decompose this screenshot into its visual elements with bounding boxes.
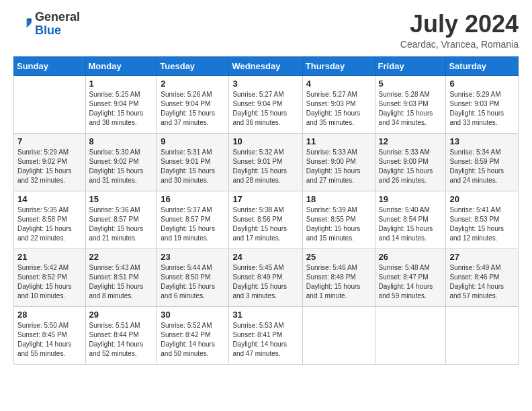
day-number: 18 xyxy=(306,194,371,204)
day-info: Sunrise: 5:49 AM Sunset: 8:46 PM Dayligh… xyxy=(449,263,515,301)
day-number: 16 xyxy=(161,194,225,204)
page: General Blue July 2024 Ceardac, Vrancea,… xyxy=(0,0,532,411)
day-number: 9 xyxy=(161,136,225,146)
week-row-4: 21Sunrise: 5:42 AM Sunset: 8:52 PM Dayli… xyxy=(14,248,519,306)
calendar-cell: 23Sunrise: 5:44 AM Sunset: 8:50 PM Dayli… xyxy=(157,248,229,306)
day-info: Sunrise: 5:33 AM Sunset: 9:00 PM Dayligh… xyxy=(306,148,371,185)
day-info: Sunrise: 5:28 AM Sunset: 9:03 PM Dayligh… xyxy=(379,90,443,128)
day-info: Sunrise: 5:53 AM Sunset: 8:41 PM Dayligh… xyxy=(232,321,298,359)
week-row-3: 14Sunrise: 5:35 AM Sunset: 8:58 PM Dayli… xyxy=(14,191,519,248)
day-number: 26 xyxy=(379,252,443,262)
header: General Blue July 2024 Ceardac, Vrancea,… xyxy=(13,11,519,50)
day-number: 1 xyxy=(89,79,154,89)
weekday-header-wednesday: Wednesday xyxy=(229,56,302,75)
day-info: Sunrise: 5:42 AM Sunset: 8:52 PM Dayligh… xyxy=(17,263,82,301)
calendar-cell: 3Sunrise: 5:27 AM Sunset: 9:04 PM Daylig… xyxy=(229,75,302,133)
day-info: Sunrise: 5:26 AM Sunset: 9:04 PM Dayligh… xyxy=(161,90,225,128)
day-number: 6 xyxy=(449,79,515,89)
location-subtitle: Ceardac, Vrancea, Romania xyxy=(400,39,519,50)
calendar-cell xyxy=(302,306,375,364)
day-number: 12 xyxy=(379,136,443,146)
calendar-table: SundayMondayTuesdayWednesdayThursdayFrid… xyxy=(13,56,519,365)
calendar-cell: 27Sunrise: 5:49 AM Sunset: 8:46 PM Dayli… xyxy=(446,248,519,306)
calendar-cell: 15Sunrise: 5:36 AM Sunset: 8:57 PM Dayli… xyxy=(85,191,157,248)
weekday-header-thursday: Thursday xyxy=(302,56,375,75)
weekday-header-row: SundayMondayTuesdayWednesdayThursdayFrid… xyxy=(14,56,519,75)
calendar-cell: 13Sunrise: 5:34 AM Sunset: 8:59 PM Dayli… xyxy=(446,133,519,191)
day-number: 17 xyxy=(232,194,298,204)
day-number: 13 xyxy=(449,136,515,146)
calendar-cell: 16Sunrise: 5:37 AM Sunset: 8:57 PM Dayli… xyxy=(157,191,229,248)
day-info: Sunrise: 5:33 AM Sunset: 9:00 PM Dayligh… xyxy=(379,148,443,185)
day-number: 20 xyxy=(449,194,515,204)
calendar-cell xyxy=(446,306,519,364)
calendar-cell: 7Sunrise: 5:29 AM Sunset: 9:02 PM Daylig… xyxy=(14,133,86,191)
day-info: Sunrise: 5:41 AM Sunset: 8:53 PM Dayligh… xyxy=(449,205,515,243)
logo-text: General Blue xyxy=(35,11,80,38)
day-info: Sunrise: 5:34 AM Sunset: 8:59 PM Dayligh… xyxy=(449,148,515,185)
day-info: Sunrise: 5:27 AM Sunset: 9:04 PM Dayligh… xyxy=(232,90,298,128)
day-number: 23 xyxy=(161,252,225,262)
logo-icon xyxy=(13,15,32,34)
day-info: Sunrise: 5:44 AM Sunset: 8:50 PM Dayligh… xyxy=(161,263,225,301)
calendar-cell: 28Sunrise: 5:50 AM Sunset: 8:45 PM Dayli… xyxy=(14,306,86,364)
day-info: Sunrise: 5:43 AM Sunset: 8:51 PM Dayligh… xyxy=(89,263,154,301)
day-info: Sunrise: 5:52 AM Sunset: 8:42 PM Dayligh… xyxy=(161,321,225,359)
calendar-cell: 24Sunrise: 5:45 AM Sunset: 8:49 PM Dayli… xyxy=(229,248,302,306)
day-info: Sunrise: 5:38 AM Sunset: 8:56 PM Dayligh… xyxy=(232,205,298,243)
calendar-cell: 14Sunrise: 5:35 AM Sunset: 8:58 PM Dayli… xyxy=(14,191,86,248)
calendar-cell: 5Sunrise: 5:28 AM Sunset: 9:03 PM Daylig… xyxy=(375,75,446,133)
day-info: Sunrise: 5:32 AM Sunset: 9:01 PM Dayligh… xyxy=(232,148,298,185)
calendar-cell: 9Sunrise: 5:31 AM Sunset: 9:01 PM Daylig… xyxy=(157,133,229,191)
day-info: Sunrise: 5:25 AM Sunset: 9:04 PM Dayligh… xyxy=(89,90,154,128)
day-info: Sunrise: 5:48 AM Sunset: 8:47 PM Dayligh… xyxy=(379,263,443,301)
weekday-header-monday: Monday xyxy=(85,56,157,75)
calendar-cell: 29Sunrise: 5:51 AM Sunset: 8:44 PM Dayli… xyxy=(85,306,157,364)
calendar-cell: 17Sunrise: 5:38 AM Sunset: 8:56 PM Dayli… xyxy=(229,191,302,248)
day-number: 25 xyxy=(306,252,371,262)
day-number: 10 xyxy=(232,136,298,146)
calendar-cell: 11Sunrise: 5:33 AM Sunset: 9:00 PM Dayli… xyxy=(302,133,375,191)
day-info: Sunrise: 5:29 AM Sunset: 9:02 PM Dayligh… xyxy=(17,148,82,185)
day-number: 2 xyxy=(161,79,225,89)
calendar-cell: 21Sunrise: 5:42 AM Sunset: 8:52 PM Dayli… xyxy=(14,248,86,306)
calendar-cell: 4Sunrise: 5:27 AM Sunset: 9:03 PM Daylig… xyxy=(302,75,375,133)
calendar-cell xyxy=(14,75,86,133)
day-number: 8 xyxy=(89,136,154,146)
logo-general: General xyxy=(35,10,80,24)
day-info: Sunrise: 5:29 AM Sunset: 9:03 PM Dayligh… xyxy=(449,90,515,128)
day-number: 7 xyxy=(17,136,82,146)
calendar-cell: 6Sunrise: 5:29 AM Sunset: 9:03 PM Daylig… xyxy=(446,75,519,133)
day-number: 31 xyxy=(232,310,298,320)
day-number: 5 xyxy=(379,79,443,89)
day-info: Sunrise: 5:31 AM Sunset: 9:01 PM Dayligh… xyxy=(161,148,225,185)
weekday-header-tuesday: Tuesday xyxy=(157,56,229,75)
calendar-cell: 20Sunrise: 5:41 AM Sunset: 8:53 PM Dayli… xyxy=(446,191,519,248)
day-number: 30 xyxy=(161,310,225,320)
day-number: 27 xyxy=(449,252,515,262)
day-info: Sunrise: 5:50 AM Sunset: 8:45 PM Dayligh… xyxy=(17,321,82,359)
day-info: Sunrise: 5:27 AM Sunset: 9:03 PM Dayligh… xyxy=(306,90,371,128)
day-number: 22 xyxy=(89,252,154,262)
title-block: July 2024 Ceardac, Vrancea, Romania xyxy=(400,11,519,50)
calendar-cell: 18Sunrise: 5:39 AM Sunset: 8:55 PM Dayli… xyxy=(302,191,375,248)
week-row-2: 7Sunrise: 5:29 AM Sunset: 9:02 PM Daylig… xyxy=(14,133,519,191)
week-row-1: 1Sunrise: 5:25 AM Sunset: 9:04 PM Daylig… xyxy=(14,75,519,133)
day-info: Sunrise: 5:35 AM Sunset: 8:58 PM Dayligh… xyxy=(17,205,82,243)
calendar-cell: 8Sunrise: 5:30 AM Sunset: 9:02 PM Daylig… xyxy=(85,133,157,191)
weekday-header-friday: Friday xyxy=(375,56,446,75)
calendar-cell: 2Sunrise: 5:26 AM Sunset: 9:04 PM Daylig… xyxy=(157,75,229,133)
day-number: 15 xyxy=(89,194,154,204)
calendar-cell: 19Sunrise: 5:40 AM Sunset: 8:54 PM Dayli… xyxy=(375,191,446,248)
calendar-cell: 22Sunrise: 5:43 AM Sunset: 8:51 PM Dayli… xyxy=(85,248,157,306)
week-row-5: 28Sunrise: 5:50 AM Sunset: 8:45 PM Dayli… xyxy=(14,306,519,364)
day-number: 14 xyxy=(17,194,82,204)
day-number: 29 xyxy=(89,310,154,320)
calendar-cell: 10Sunrise: 5:32 AM Sunset: 9:01 PM Dayli… xyxy=(229,133,302,191)
day-info: Sunrise: 5:51 AM Sunset: 8:44 PM Dayligh… xyxy=(89,321,154,359)
day-info: Sunrise: 5:45 AM Sunset: 8:49 PM Dayligh… xyxy=(232,263,298,301)
calendar-cell: 1Sunrise: 5:25 AM Sunset: 9:04 PM Daylig… xyxy=(85,75,157,133)
calendar-cell xyxy=(375,306,446,364)
weekday-header-saturday: Saturday xyxy=(446,56,519,75)
month-title: July 2024 xyxy=(400,11,519,38)
